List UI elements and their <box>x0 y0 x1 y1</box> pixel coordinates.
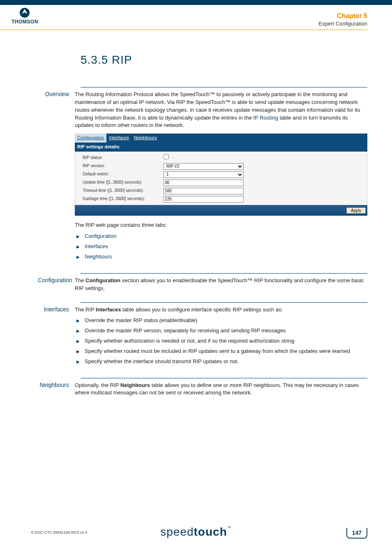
default-metric-label: Default metric: <box>75 171 164 177</box>
thomson-icon <box>19 7 30 18</box>
overview-label: Overview <box>38 91 75 263</box>
list-item: Override the master RIP status (enable/d… <box>85 317 197 325</box>
neighbours-section: Neighbours Optionally, the RIP Neighbour… <box>81 378 367 397</box>
update-time-label: Update time ([1..3600] seconds): <box>75 180 164 186</box>
arrow-icon: ▶ <box>76 254 80 260</box>
panel-header: RIP settings details: <box>75 143 367 152</box>
form-area: RIP status: RIP version:RIP V2 Default m… <box>75 152 367 205</box>
list-item: Interfaces <box>85 243 108 251</box>
header-rule <box>0 30 367 30</box>
page-footer: E-DOC-CTC-20041126-0013 v1.0 speedtouch™… <box>0 525 392 539</box>
list-item: Specify whether the interface should tra… <box>85 358 239 366</box>
rip-version-label: RIP version: <box>75 163 164 169</box>
neighbours-label: Neighbours <box>38 382 75 397</box>
garbage-time-input[interactable] <box>164 196 244 203</box>
brand-logo: THOMSON <box>12 7 38 25</box>
list-item: Specify whether authorization is needed … <box>85 337 294 345</box>
top-blue-bar <box>0 0 392 5</box>
configuration-text: The Configuration section allows you to … <box>75 277 367 292</box>
interfaces-label: Interfaces <box>38 306 75 368</box>
tab-interfaces[interactable]: Interfaces <box>106 134 131 143</box>
update-time-input[interactable] <box>164 180 244 186</box>
arrow-icon: ▶ <box>76 328 80 334</box>
chapter-subtitle: Expert Configuration <box>318 21 367 27</box>
doc-id: E-DOC-CTC-20041126-0013 v1.0 <box>31 530 87 534</box>
arrow-icon: ▶ <box>76 359 80 365</box>
arrow-icon: ▶ <box>76 318 80 324</box>
brand-text: THOMSON <box>12 19 38 25</box>
ip-routing-link[interactable]: IP Routing <box>253 115 278 121</box>
tabs-list: ▶Configuration ▶Interfaces ▶Neighbours <box>76 233 367 261</box>
tabs-intro: The RIP web page contains three tabs: <box>75 221 367 229</box>
timeout-time-input[interactable] <box>164 188 244 194</box>
chapter-heading: Chapter 5 Expert Configuration <box>318 12 367 27</box>
default-metric-select[interactable]: 1 <box>164 171 244 178</box>
apply-button[interactable]: Apply <box>346 207 366 214</box>
interfaces-list: ▶Override the master RIP status (enable/… <box>76 317 367 365</box>
configuration-label: Configuration <box>38 277 75 292</box>
arrow-icon: ▶ <box>76 244 80 250</box>
list-item: Override the master RIP version, separat… <box>85 327 286 335</box>
tab-neighbours[interactable]: Neighbours <box>131 134 159 143</box>
tab-configuration[interactable]: Configuration <box>75 134 106 143</box>
rip-status-label: RIP status: <box>75 155 164 161</box>
rip-settings-panel: ConfigurationInterfacesNeighbours RIP se… <box>75 134 367 216</box>
page-title: 5.3.5 RIP <box>81 53 367 67</box>
overview-text: The Routing Information Protocol allows … <box>75 91 367 129</box>
apply-bar: Apply <box>75 205 367 216</box>
timeout-time-label: Timeout time ([1..3600] seconds): <box>75 188 164 194</box>
interfaces-section: Interfaces The RIP Interfaces table allo… <box>81 302 367 368</box>
interfaces-text: The RIP Interfaces table allows you to c… <box>75 306 367 314</box>
rip-status-checkbox[interactable] <box>164 154 169 159</box>
overview-section: Overview The Routing Information Protoco… <box>81 87 367 263</box>
list-item: Specify whether routed must be included … <box>85 348 350 355</box>
list-item: Configuration <box>85 233 116 240</box>
garbage-time-label: Garbage time ([1..3600] seconds): <box>75 196 164 202</box>
neighbours-text: Optionally, the RIP Neighbours table all… <box>75 382 367 397</box>
arrow-icon: ▶ <box>76 339 80 345</box>
configuration-section: Configuration The Configuration section … <box>81 273 367 292</box>
list-item: Neighbours <box>85 253 112 261</box>
arrow-icon: ▶ <box>76 234 80 240</box>
page-number: 147 <box>346 528 367 539</box>
panel-tabs: ConfigurationInterfacesNeighbours <box>75 134 367 143</box>
rip-version-select[interactable]: RIP V2 <box>164 163 244 170</box>
chapter-number: Chapter 5 <box>318 12 367 20</box>
arrow-icon: ▶ <box>76 349 80 355</box>
